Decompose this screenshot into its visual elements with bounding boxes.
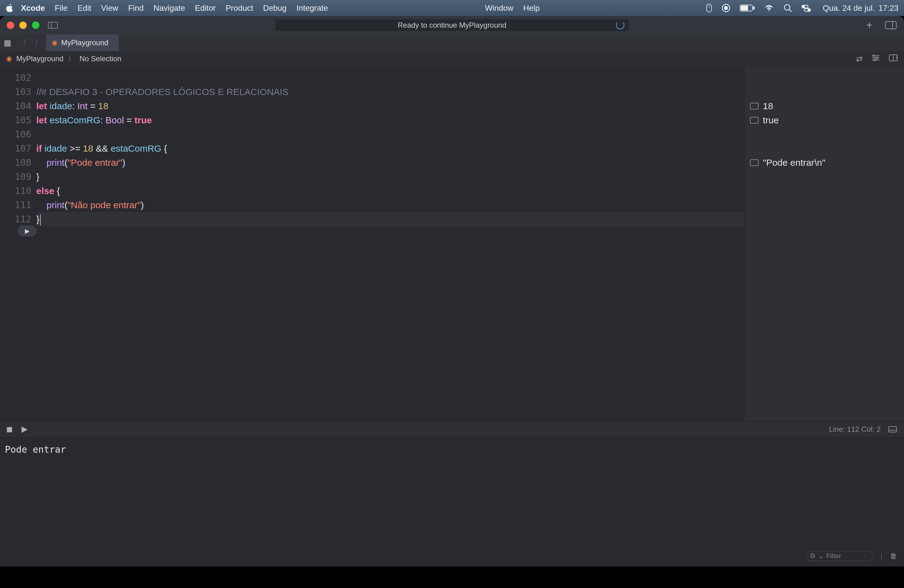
nav-forward-icon[interactable]: 〉 [35, 38, 43, 48]
editor-split: 102103104105106107108109110111112 //# DE… [0, 66, 904, 421]
code-line[interactable] [36, 127, 744, 141]
code-editor[interactable]: //# DESAFIO 3 - OPERADORES LÓGICOS E REL… [36, 66, 744, 421]
debug-toolbar: ◼ ▶ Line: 112 Col: 2 [0, 421, 904, 437]
code-line[interactable]: let idade: Int = 18 [36, 99, 744, 113]
filter-icon: ⚙ [809, 552, 816, 560]
zoom-button[interactable] [32, 22, 40, 29]
line-number: 107 [0, 141, 36, 156]
add-tab-button[interactable]: + [866, 19, 872, 32]
line-number: 108 [0, 156, 36, 170]
adjust-editor-icon[interactable] [871, 54, 880, 64]
result-row [744, 141, 904, 156]
result-row [744, 71, 904, 85]
trash-icon[interactable]: 🗑 [890, 552, 897, 560]
menu-integrate[interactable]: Integrate [296, 3, 328, 13]
window-titlebar: Ready to continue MyPlayground + [0, 16, 904, 35]
filter-placeholder: Filter [826, 552, 841, 560]
pane-split-icon[interactable] [888, 426, 897, 433]
menubar-time[interactable]: 17:23 [879, 3, 898, 13]
menubar-date[interactable]: Qua. 24 de jul. [823, 3, 875, 13]
tab-bar: ▦ 〈 〉 ◉ MyPlayground [0, 35, 904, 51]
left-sidebar-toggle[interactable] [48, 22, 58, 28]
line-number: 110 [0, 184, 36, 198]
line-number: 112 [0, 212, 36, 226]
tab-myplayground[interactable]: ◉ MyPlayground [46, 35, 119, 51]
svg-line-8 [789, 9, 792, 12]
stop-button[interactable]: ◼ [6, 424, 13, 434]
results-sidebar: 18true"Pode entrar\n" [744, 66, 904, 421]
svg-point-3 [724, 6, 727, 9]
line-gutter: 102103104105106107108109110111112 [0, 66, 36, 421]
result-value: "Pode entrar\n" [763, 156, 825, 170]
console-filter[interactable]: ⚙ ⌄ Filter [806, 551, 873, 561]
console-area: Pode entrar ⚙ ⌄ Filter | 🗑 [0, 437, 904, 566]
code-line[interactable]: } [36, 170, 744, 184]
svg-point-17 [876, 57, 878, 59]
code-line[interactable]: if idade >= 18 && estaComRG { [36, 141, 744, 156]
nav-back-icon[interactable]: 〈 [19, 38, 27, 48]
cycle-icon[interactable]: ⇄ [856, 54, 863, 64]
quicklook-icon[interactable] [750, 117, 759, 123]
wifi-icon[interactable] [764, 4, 774, 12]
add-editor-icon[interactable]: + [889, 54, 898, 64]
status-text: Ready to continue MyPlayground [398, 21, 506, 30]
result-row [744, 85, 904, 99]
current-line-highlight [36, 212, 744, 226]
chevron-down-icon: ⌄ [818, 552, 824, 560]
swift-icon: ◉ [52, 39, 57, 47]
menu-view[interactable]: View [101, 3, 119, 13]
tab-label: MyPlayground [61, 38, 108, 47]
run-playground-button[interactable]: ▶ [18, 226, 36, 236]
code-line[interactable]: //# DESAFIO 3 - OPERADORES LÓGICOS E REL… [36, 85, 744, 99]
mouse-icon[interactable] [706, 3, 712, 13]
console-output[interactable]: Pode entrar [5, 443, 899, 456]
control-center-icon[interactable] [801, 4, 811, 12]
menu-app[interactable]: Xcode [21, 3, 45, 13]
screen-record-icon[interactable] [721, 3, 730, 13]
code-line[interactable]: else { [36, 184, 744, 198]
svg-rect-0 [706, 4, 711, 12]
result-row [744, 127, 904, 141]
result-row[interactable]: "Pode entrar\n" [744, 156, 904, 170]
battery-icon[interactable] [740, 4, 755, 12]
right-sidebar-toggle[interactable] [885, 21, 897, 29]
minimize-button[interactable] [19, 22, 27, 29]
line-number: 102 [0, 71, 36, 85]
menu-file[interactable]: File [55, 3, 68, 13]
code-line[interactable] [36, 71, 744, 85]
menu-product[interactable]: Product [226, 3, 253, 13]
menu-edit[interactable]: Edit [77, 3, 91, 13]
svg-rect-5 [753, 7, 754, 9]
line-number: 104 [0, 99, 36, 113]
menu-navigate[interactable]: Navigate [153, 3, 185, 13]
svg-point-16 [873, 55, 875, 57]
menu-window[interactable]: Window [485, 3, 513, 13]
play-button[interactable]: ▶ [22, 424, 28, 434]
spotlight-icon[interactable] [784, 4, 792, 12]
code-line[interactable]: let estaComRG: Bool = true [36, 113, 744, 127]
crumb-root[interactable]: MyPlayground [16, 54, 63, 63]
close-button[interactable] [7, 22, 14, 29]
result-row[interactable]: true [744, 113, 904, 127]
result-row[interactable]: 18 [744, 99, 904, 113]
menu-help[interactable]: Help [523, 3, 540, 13]
svg-rect-6 [741, 6, 748, 10]
svg-point-7 [784, 5, 790, 10]
apple-logo-icon[interactable] [6, 3, 14, 13]
crumb-selection[interactable]: No Selection [79, 54, 121, 63]
quicklook-icon[interactable] [750, 159, 759, 166]
code-line[interactable]: print("Não pode entrar") [36, 198, 744, 212]
chevron-right-icon: 〉 [68, 54, 75, 64]
menu-editor[interactable]: Editor [195, 3, 216, 13]
menu-debug[interactable]: Debug [263, 3, 286, 13]
quicklook-icon[interactable] [750, 103, 759, 109]
related-items-icon[interactable]: ▦ [4, 38, 11, 47]
jump-bar: ◉ MyPlayground 〉 No Selection ⇄ + [0, 51, 904, 66]
line-number: 105 [0, 113, 36, 127]
code-line[interactable]: print("Pode entrar") [36, 156, 744, 170]
activity-status[interactable]: Ready to continue MyPlayground [275, 19, 629, 31]
svg-point-12 [808, 9, 809, 11]
menu-find[interactable]: Find [128, 3, 144, 13]
line-number: 106 [0, 127, 36, 141]
svg-rect-22 [889, 427, 897, 432]
